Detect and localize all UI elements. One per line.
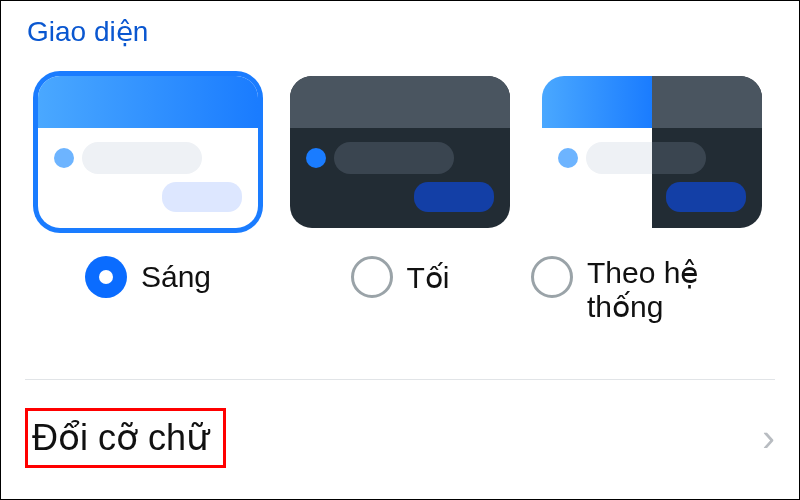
theme-option-light[interactable]: Sáng [27, 76, 269, 324]
divider [25, 379, 775, 380]
theme-preview-system [542, 76, 762, 228]
radio-unselected-icon[interactable] [531, 256, 573, 298]
theme-option-system[interactable]: Theo hệ thống [531, 76, 773, 324]
theme-radio-light-row[interactable]: Sáng [85, 256, 211, 298]
theme-options: Sáng Tối Theo hệ thống [1, 54, 799, 324]
theme-preview-dark [290, 76, 510, 228]
theme-preview-light [38, 76, 258, 228]
theme-radio-system-row[interactable]: Theo hệ thống [531, 256, 773, 324]
radio-unselected-icon[interactable] [351, 256, 393, 298]
theme-label-system: Theo hệ thống [587, 256, 773, 324]
theme-option-dark[interactable]: Tối [279, 76, 521, 324]
font-size-label: Đổi cỡ chữ [32, 417, 209, 458]
chevron-right-icon: › [762, 417, 775, 460]
section-title: Giao diện [1, 1, 799, 54]
theme-label-dark: Tối [407, 260, 450, 295]
font-size-row[interactable]: Đổi cỡ chữ › [25, 399, 775, 477]
theme-label-light: Sáng [141, 260, 211, 294]
theme-radio-dark-row[interactable]: Tối [351, 256, 450, 298]
font-size-highlight-box: Đổi cỡ chữ [25, 408, 226, 468]
radio-selected-icon[interactable] [85, 256, 127, 298]
